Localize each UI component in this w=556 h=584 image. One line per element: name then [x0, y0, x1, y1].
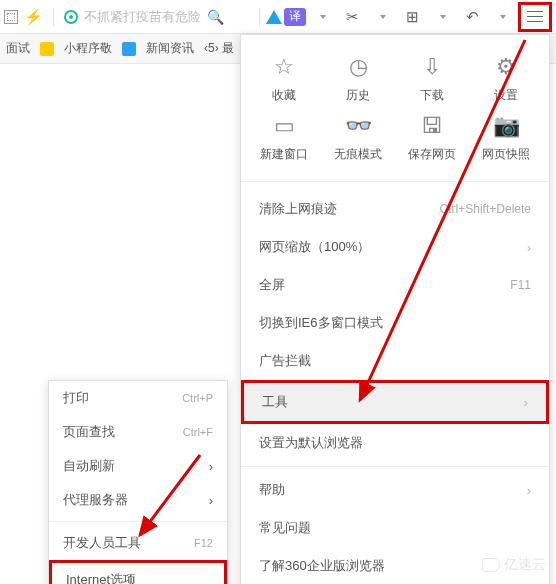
tab-item[interactable]: 新闻资讯 — [146, 40, 194, 57]
star-icon: ☆ — [270, 53, 298, 81]
gear-icon: ⚙ — [492, 53, 520, 81]
scissors-chevron[interactable] — [368, 3, 396, 31]
menu-history[interactable]: ◷历史 — [321, 49, 395, 108]
menu-fullscreen[interactable]: 全屏F11 — [241, 266, 549, 304]
tab-item[interactable]: 面试 — [6, 40, 30, 57]
menu-tools[interactable]: 工具› — [241, 380, 549, 424]
camera-icon: 📷 — [492, 112, 520, 140]
incognito-icon: 👓 — [344, 112, 372, 140]
menu-adblock[interactable]: 广告拦截 — [241, 342, 549, 380]
menu-zoom[interactable]: 网页缩放（100%）› — [241, 228, 549, 266]
menu-set-default[interactable]: 设置为默认浏览器 — [241, 424, 549, 462]
grid-chevron[interactable] — [428, 3, 456, 31]
menu-snapshot[interactable]: 📷网页快照 — [469, 108, 543, 167]
menu-faq[interactable]: 常见问题 — [241, 509, 549, 547]
menu-incognito[interactable]: 👓无痕模式 — [321, 108, 395, 167]
qr-icon[interactable] — [4, 10, 18, 24]
undo-chevron[interactable] — [488, 3, 516, 31]
address-placeholder[interactable]: 不抓紧打疫苗有危险 — [84, 8, 201, 26]
watermark: 亿速云 — [482, 556, 546, 574]
bolt-icon[interactable]: ⚡ — [24, 8, 43, 26]
address-icon — [64, 10, 78, 24]
scissors-icon[interactable]: ✂ — [338, 3, 366, 31]
tab-favicon — [40, 42, 54, 56]
chevron-right-icon: › — [209, 493, 213, 508]
cloud-icon — [482, 558, 500, 572]
window-icon: ▭ — [270, 112, 298, 140]
submenu-auto-refresh[interactable]: 自动刷新› — [49, 449, 227, 483]
translate-button[interactable]: 译 — [284, 8, 306, 26]
submenu-internet-options[interactable]: Internet选项 — [49, 560, 227, 584]
undo-icon[interactable]: ↶ — [458, 3, 486, 31]
hamburger-menu-button[interactable] — [518, 2, 552, 32]
translate-chevron[interactable] — [308, 3, 336, 31]
submenu-proxy[interactable]: 代理服务器› — [49, 483, 227, 517]
save-icon: 🖫 — [418, 112, 446, 140]
menu-downloads[interactable]: ⇩下载 — [395, 49, 469, 108]
tools-submenu: 打印Ctrl+P 页面查找Ctrl+F 自动刷新› 代理服务器› 开发人员工具F… — [48, 380, 228, 584]
clock-icon: ◷ — [344, 53, 372, 81]
main-menu-panel: ☆收藏 ◷历史 ⇩下载 ⚙设置 ▭新建窗口 👓无痕模式 🖫保存网页 📷网页快照 … — [240, 34, 550, 584]
triangle-icon[interactable] — [266, 10, 282, 24]
chevron-right-icon: › — [209, 459, 213, 474]
top-toolbar: ⚡ 不抓紧打疫苗有危险 🔍 译 ✂ ⊞ ↶ — [0, 0, 556, 34]
chevron-right-icon: › — [527, 483, 531, 498]
tab-item[interactable]: 小程序敬 — [64, 40, 112, 57]
submenu-dev-tools[interactable]: 开发人员工具F12 — [49, 526, 227, 560]
search-icon[interactable]: 🔍 — [207, 9, 224, 25]
tab-favicon — [122, 42, 136, 56]
submenu-print[interactable]: 打印Ctrl+P — [49, 381, 227, 415]
menu-help[interactable]: 帮助› — [241, 471, 549, 509]
menu-clear-history[interactable]: 清除上网痕迹Ctrl+Shift+Delete — [241, 190, 549, 228]
menu-favorites[interactable]: ☆收藏 — [247, 49, 321, 108]
menu-ie6-mode[interactable]: 切换到IE6多窗口模式 — [241, 304, 549, 342]
menu-grid: ☆收藏 ◷历史 ⇩下载 ⚙设置 ▭新建窗口 👓无痕模式 🖫保存网页 📷网页快照 — [241, 35, 549, 177]
menu-new-window[interactable]: ▭新建窗口 — [247, 108, 321, 167]
submenu-find[interactable]: 页面查找Ctrl+F — [49, 415, 227, 449]
grid-icon[interactable]: ⊞ — [398, 3, 426, 31]
chevron-right-icon: › — [527, 240, 531, 255]
chevron-right-icon: › — [524, 395, 528, 410]
download-icon: ⇩ — [418, 53, 446, 81]
tab-item[interactable]: ‹5› 最 — [204, 40, 234, 57]
menu-settings[interactable]: ⚙设置 — [469, 49, 543, 108]
menu-save-page[interactable]: 🖫保存网页 — [395, 108, 469, 167]
